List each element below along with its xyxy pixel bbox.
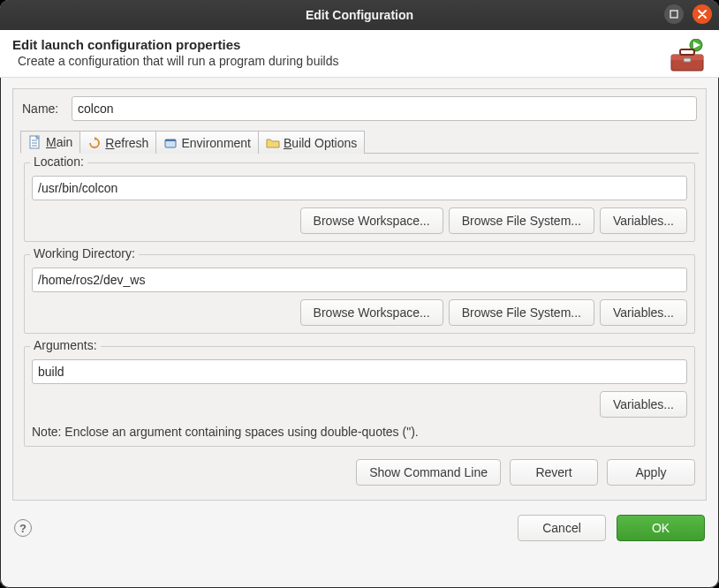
tab-refresh-mnemonic: R (105, 136, 114, 150)
workdir-variables-button[interactable]: Variables... (600, 299, 687, 326)
location-label: Location: (30, 155, 87, 169)
working-directory-label: Working Directory: (30, 246, 139, 260)
maximize-button[interactable] (664, 4, 684, 24)
name-label: Name: (22, 102, 64, 116)
working-directory-group: Working Directory: Browse Workspace... B… (24, 254, 695, 334)
help-icon[interactable]: ? (14, 519, 32, 537)
tab-build-mnemonic: B (284, 136, 291, 150)
run-toolbox-icon (668, 39, 707, 74)
arguments-note: Note: Enclose an argument containing spa… (32, 425, 687, 439)
apply-button[interactable]: Apply (607, 459, 695, 486)
workdir-browse-workspace-button[interactable]: Browse Workspace... (300, 299, 443, 326)
location-browse-workspace-button[interactable]: Browse Workspace... (300, 207, 443, 234)
tab-build-label-rest: uild Options (291, 136, 357, 150)
ok-button[interactable]: OK (617, 515, 705, 541)
tab-main-label-rest: ain (57, 135, 73, 149)
dialog-window: Edit Configuration Edit launch configura… (0, 0, 719, 588)
titlebar: Edit Configuration (0, 0, 719, 30)
tab-main[interactable]: Main (20, 131, 80, 154)
arguments-group: Arguments: Variables... Note: Enclose an… (24, 346, 695, 447)
config-panel: Name: Main Refresh (12, 88, 707, 501)
location-group: Location: Browse Workspace... Browse Fil… (24, 162, 695, 242)
show-command-line-button[interactable]: Show Command Line (356, 459, 501, 486)
name-row: Name: (20, 96, 699, 121)
close-button[interactable] (693, 4, 712, 24)
tab-environment[interactable]: Environment (155, 131, 259, 154)
svg-rect-14 (165, 139, 176, 141)
location-input[interactable] (32, 176, 687, 200)
folder-icon (266, 136, 280, 150)
svg-rect-6 (684, 58, 691, 62)
tab-build-options[interactable]: Build Options (258, 131, 365, 154)
window-title: Edit Configuration (306, 8, 413, 22)
tab-main-mnemonic: M (46, 135, 57, 149)
panel-actions: Show Command Line Revert Apply (20, 447, 699, 491)
header-heading: Edit launch configuration properties (12, 37, 705, 52)
cancel-button[interactable]: Cancel (518, 515, 606, 541)
tab-environment-label: Environment (181, 136, 251, 150)
location-browse-filesystem-button[interactable]: Browse File System... (449, 207, 594, 234)
svg-rect-0 (670, 11, 677, 18)
svg-rect-5 (680, 49, 694, 55)
location-variables-button[interactable]: Variables... (600, 207, 687, 234)
revert-button[interactable]: Revert (510, 459, 598, 486)
window-controls (664, 4, 712, 24)
arguments-variables-button[interactable]: Variables... (600, 391, 687, 418)
dialog-footer: ? Cancel OK (0, 506, 719, 554)
tabs: Main Refresh Environment (20, 130, 699, 154)
tab-refresh[interactable]: Refresh (79, 131, 156, 154)
environment-icon (163, 136, 178, 150)
working-directory-input[interactable] (32, 268, 687, 292)
header-subtitle: Create a configuration that will run a p… (18, 54, 705, 68)
main-tab-content: Location: Browse Workspace... Browse Fil… (20, 154, 699, 447)
tab-refresh-label-rest: efresh (114, 136, 148, 150)
document-icon (28, 135, 42, 149)
refresh-icon (87, 136, 102, 150)
dialog-body: Name: Main Refresh (0, 78, 719, 506)
arguments-label: Arguments: (30, 338, 101, 352)
dialog-header: Edit launch configuration properties Cre… (0, 30, 719, 78)
name-input[interactable] (72, 96, 697, 121)
workdir-browse-filesystem-button[interactable]: Browse File System... (449, 299, 594, 326)
arguments-input[interactable] (32, 359, 687, 384)
